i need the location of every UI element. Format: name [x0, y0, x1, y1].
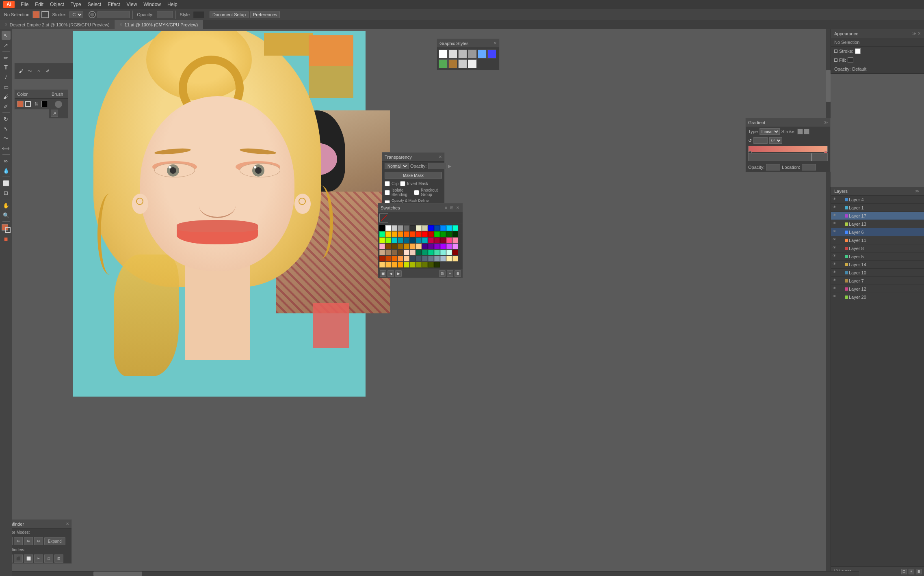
trim-btn[interactable]: ⬛ [14, 554, 23, 563]
v-scrollbar-thumb[interactable] [826, 70, 831, 102]
swatch-78[interactable] [379, 262, 385, 268]
preferences-btn[interactable]: Preferences [250, 11, 280, 18]
swatch-36[interactable] [440, 237, 446, 243]
sw-next-btn[interactable]: ▶ [395, 270, 402, 277]
rotate-tool[interactable]: ↻ [2, 114, 11, 123]
pencil-tool-mini[interactable]: ✐ [44, 67, 51, 75]
swatch-79[interactable] [385, 262, 391, 268]
swatch-13[interactable] [379, 231, 385, 237]
swatch-40[interactable] [385, 244, 391, 249]
swatch-37[interactable] [446, 237, 452, 243]
swatch-25[interactable] [452, 231, 458, 237]
invert-mask-checkbox[interactable] [400, 181, 405, 186]
outline-btn[interactable]: □ [44, 554, 53, 563]
menu-edit[interactable]: Edit [32, 1, 46, 8]
swatch-74[interactable] [434, 256, 440, 261]
menu-object[interactable]: Object [47, 1, 67, 8]
layer-12-lock-icon[interactable] [839, 287, 844, 291]
vertical-scrollbar[interactable] [826, 29, 831, 571]
menu-type[interactable]: Type [68, 1, 84, 8]
swatch-70[interactable] [410, 256, 415, 261]
layer-20-eye-icon[interactable]: 👁 [833, 294, 838, 300]
gs-swatch-1[interactable] [448, 50, 457, 58]
opacity-input-tp[interactable]: 100% [428, 163, 446, 169]
gradient-opacity-input[interactable] [766, 164, 780, 170]
pf-close-icon[interactable]: ✕ [66, 522, 69, 526]
swatch-48[interactable] [434, 244, 440, 249]
gs-swatch-5[interactable] [487, 50, 496, 58]
swatch-8[interactable] [428, 225, 434, 231]
swatch-53[interactable] [385, 250, 391, 255]
swatch-44[interactable] [410, 244, 415, 249]
swatch-68[interactable] [398, 256, 403, 261]
hand-tool[interactable]: ✋ [2, 201, 11, 210]
brush-option-icon[interactable]: ↗ [51, 110, 58, 117]
color-none-swatch[interactable] [41, 101, 48, 107]
swatch-28[interactable] [392, 237, 397, 243]
intersect-btn[interactable]: ⊗ [24, 537, 33, 545]
layer-4-lock-icon[interactable] [839, 197, 844, 202]
eyedropper-tool[interactable]: 💧 [2, 166, 11, 175]
sw-new-swatch-btn[interactable]: + [447, 270, 453, 277]
isolate-blending-checkbox[interactable] [385, 190, 390, 195]
smooth-tool-mini[interactable]: 〜 [26, 67, 33, 75]
sw-prev-btn[interactable]: ◀ [387, 270, 394, 277]
gradient-angle-select[interactable]: 0° [769, 137, 782, 144]
swatch-15[interactable] [392, 231, 397, 237]
swatch-30[interactable] [404, 237, 409, 243]
layer-row-13[interactable]: 👁 Layer 13 [831, 220, 924, 228]
swatch-5[interactable] [410, 225, 415, 231]
layer-13-eye-icon[interactable]: 👁 [833, 221, 838, 227]
rect-tool[interactable]: ▭ [2, 82, 11, 91]
clip-checkbox[interactable] [385, 181, 390, 186]
layer-14-eye-icon[interactable]: 👁 [833, 262, 838, 268]
swatch-12[interactable] [452, 225, 458, 231]
swatch-2[interactable] [392, 225, 397, 231]
swatch-9[interactable] [434, 225, 440, 231]
slice-tool[interactable]: ⊡ [2, 188, 11, 197]
layer-11-lock-icon[interactable] [839, 238, 844, 243]
swatch-34[interactable] [428, 237, 434, 243]
layer-6-eye-icon[interactable]: 👁 [833, 229, 838, 235]
swatch-85[interactable] [422, 262, 428, 268]
stroke-box[interactable] [5, 227, 11, 233]
gs-swatch-2[interactable] [458, 50, 467, 58]
swatch-35[interactable] [434, 237, 440, 243]
swatch-75[interactable] [440, 256, 446, 261]
appearance-stroke-swatch[interactable] [855, 48, 861, 54]
stroke-color-swatch[interactable] [41, 11, 49, 18]
minus-back-btn[interactable]: ⊟ [54, 554, 63, 563]
stroke-select[interactable]: C [69, 11, 83, 18]
layer-17-eye-icon[interactable]: 👁 [833, 213, 838, 219]
menu-file[interactable]: File [18, 1, 31, 8]
swatch-18[interactable] [410, 231, 415, 237]
swatch-87[interactable] [434, 262, 440, 268]
swatch-49[interactable] [440, 244, 446, 249]
swatch-16[interactable] [398, 231, 403, 237]
menu-select[interactable]: Select [85, 1, 104, 8]
swatch-0[interactable] [379, 225, 385, 231]
layer-6-lock-icon[interactable] [839, 230, 844, 235]
layers-make-clip-btn[interactable]: ⊡ [901, 569, 907, 574]
swatch-22[interactable] [434, 231, 440, 237]
sw-none-swatch[interactable] [379, 214, 388, 222]
line-tool[interactable]: / [2, 73, 11, 82]
swatch-52[interactable] [379, 250, 385, 255]
gs-swatch-8[interactable] [458, 59, 467, 68]
swatch-19[interactable] [416, 231, 422, 237]
swatch-66[interactable] [385, 256, 391, 261]
menu-help[interactable]: Help [164, 1, 180, 8]
swatch-64[interactable] [452, 250, 458, 255]
swatch-69[interactable] [404, 256, 409, 261]
swatch-26[interactable] [379, 237, 385, 243]
swatch-55[interactable] [398, 250, 403, 255]
color-swap-icon[interactable]: ⇅ [32, 100, 40, 108]
layer-7-lock-icon[interactable] [839, 278, 844, 283]
tab-1-close[interactable]: × [5, 22, 7, 27]
color-selector[interactable] [2, 224, 11, 233]
blend-mode-select[interactable]: Normal [385, 163, 409, 169]
gs-swatch-6[interactable] [439, 59, 448, 68]
swatch-82[interactable] [404, 262, 409, 268]
layer-1-lock-icon[interactable] [839, 205, 844, 210]
layer-7-eye-icon[interactable]: 👁 [833, 278, 838, 284]
